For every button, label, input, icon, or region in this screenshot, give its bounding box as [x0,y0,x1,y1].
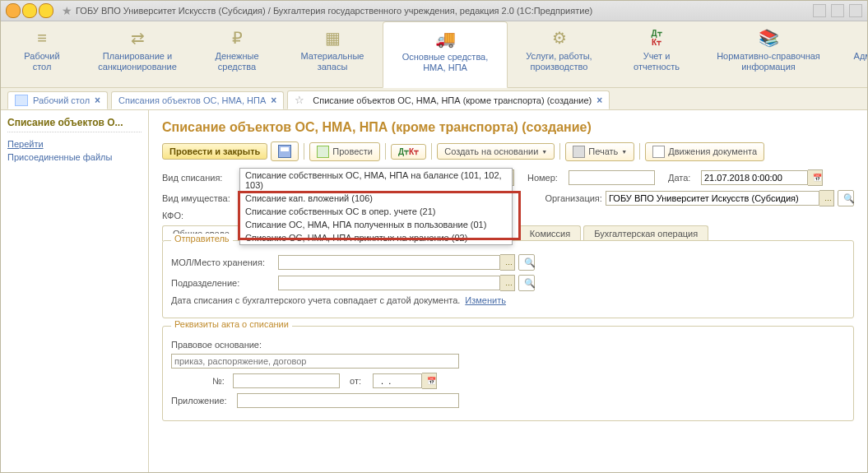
nav-goto[interactable]: Перейти [7,139,142,149]
save-icon [278,145,291,158]
section-label: Основные средства, НМА, НПА [402,52,489,72]
select-button[interactable]: … [500,254,515,271]
row-legal-basis [171,354,845,369]
calc-icon[interactable] [813,4,826,17]
close-window-icon[interactable] [6,3,21,18]
close-icon[interactable]: × [596,95,602,106]
post-and-close-button[interactable]: Провести и закрыть [162,143,267,160]
minimize-window-icon[interactable] [22,3,37,18]
organization-field[interactable] [606,191,819,206]
window-title: ГОБУ ВПО Университет Искусств (Субсидия)… [76,6,813,16]
dtkt-icon: ДᴛКᴛ [398,147,419,156]
books-icon: 📚 [759,28,779,48]
save-button[interactable] [271,141,299,161]
dropdown-option[interactable]: Списание кап. вложений (106) [240,192,512,205]
command-bar: Провести и закрыть Провести ДᴛКᴛ Создать… [162,141,854,161]
sections-bar: ≡ Рабочий стол ⇄ Планирование и санкцион… [1,21,867,88]
group-act: Реквизиты акта о списании Правовое основ… [162,326,854,421]
favorite-star-icon[interactable]: ★ [62,4,72,17]
close-icon[interactable]: × [271,95,276,106]
chevron-down-icon: ▼ [621,149,627,155]
separator [559,143,560,160]
truck-icon: 🚚 [435,29,456,49]
money-icon: ₽ [232,28,243,48]
date-picker-button[interactable]: 📅 [422,373,437,389]
section-label: Администрирование [854,51,868,62]
stock-icon: ▦ [325,28,341,48]
section-label: Нормативно-справочная информация [717,51,820,72]
group-title-act: Реквизиты акта о списании [171,319,292,329]
tab-list[interactable]: Списания объектов ОС, НМА, НПА × [111,91,284,109]
dropdown-option[interactable]: Списание ОС, НМА, НПА принятых на хранен… [240,231,512,244]
navigation-panel: Списание объектов О... Перейти Присоедин… [1,110,149,472]
department-field[interactable] [278,276,500,290]
section-label: Рабочий стол [24,51,59,72]
open-button[interactable]: 🔍 [518,275,535,291]
title-bar: ★ ГОБУ ВПО Университет Искусств (Субсиди… [1,1,867,21]
dropdown-option[interactable]: Списание собственных ОС, НМА, НПА на бал… [240,169,512,192]
date-picker-button[interactable]: 📅 [808,169,823,186]
accounting-icon: ДᴛКᴛ [651,28,661,48]
desktop-tab-icon [15,95,28,106]
group-title-sender: Отправитель [171,234,233,243]
act-number-field[interactable] [233,373,340,388]
tabs-bar: Рабочий стол × Списания объектов ОС, НМА… [1,88,867,110]
act-date-field[interactable] [373,373,422,388]
print-icon[interactable] [831,4,844,17]
button-label: Печать [588,146,618,156]
dtkt-button[interactable]: ДᴛКᴛ [391,144,426,160]
favorite-star-icon[interactable]: ☆ [295,94,304,106]
select-button[interactable]: … [819,190,834,206]
label-date: Дата: [668,173,701,183]
section-services[interactable]: ⚙ Услуги, работы, производство [508,21,611,87]
select-button[interactable]: … [500,275,515,291]
row-date-note: Дата списания с бухгалтерского учета сов… [171,295,845,305]
section-money[interactable]: ₽ Денежные средства [192,21,283,87]
open-button[interactable]: 🔍 [518,254,535,271]
section-stock[interactable]: ▦ Материальные запасы [283,21,383,87]
vid-spisaniya-dropdown[interactable]: Списание собственных ОС, НМА, НПА на бал… [239,168,513,245]
tab-commission[interactable]: Комиссия [519,225,581,241]
open-button[interactable]: 🔍 [838,190,854,206]
date-field[interactable] [701,170,808,185]
change-link[interactable]: Изменить [465,295,506,305]
print-button[interactable]: Печать ▼ [565,142,634,161]
dropdown-option[interactable]: Списание собственных ОС в опер. учете (2… [240,205,512,218]
button-label: Создать на основании [444,146,538,156]
section-desktop[interactable]: ≡ Рабочий стол [1,21,84,87]
nav-attached-files[interactable]: Присоединенные файлы [7,152,142,162]
planning-icon: ⇄ [131,28,145,48]
section-admin[interactable]: ⚙ Администрирование [835,21,868,87]
create-based-button[interactable]: Создать на основании ▼ [437,143,555,160]
row-mol: МОЛ/Место хранения: … 🔍 [171,254,845,271]
section-planning[interactable]: ⇄ Планирование и санкционирование [84,21,192,87]
page-title: Списание объектов ОС, НМА, НПА (кроме тр… [162,120,854,135]
row-priloj: Приложение: [171,393,845,408]
tab-accounting-op[interactable]: Бухгалтерская операция [583,225,708,241]
attachment-field[interactable] [237,393,459,408]
dropdown-option[interactable]: Списание ОС, НМА, НПА полученных в польз… [240,218,512,231]
section-nsi[interactable]: 📚 Нормативно-справочная информация [703,21,835,87]
close-icon[interactable]: × [95,95,100,106]
separator [431,143,432,160]
mol-field[interactable] [278,255,500,270]
number-field[interactable] [569,170,655,185]
date-note-text: Дата списания с бухгалтерского учета сов… [171,295,460,305]
label-number: Номер: [527,173,569,183]
section-accounting[interactable]: ДᴛКᴛ Учет и отчетность [611,21,703,87]
tab-desktop[interactable]: Рабочий стол × [7,91,108,109]
cards-icon[interactable] [849,4,862,17]
tab-document[interactable]: ☆ Списание объектов ОС, НМА, НПА (кроме … [287,90,610,109]
label-attachment: Приложение: [171,396,237,406]
section-label: Денежные средства [215,51,258,72]
legal-basis-field[interactable] [171,354,459,369]
desktop-icon: ≡ [37,28,47,48]
label-vid-imush: Вид имущества: [162,193,245,203]
section-label: Планирование и санкционирование [98,51,177,72]
maximize-window-icon[interactable] [39,3,53,18]
label-mol: МОЛ/Место хранения: [171,257,278,267]
post-button[interactable]: Провести [309,142,380,161]
section-fixed-assets[interactable]: 🚚 Основные средства, НМА, НПА [383,21,508,88]
section-label: Услуги, работы, производство [526,51,592,72]
movements-button[interactable]: Движения документа [645,142,764,161]
